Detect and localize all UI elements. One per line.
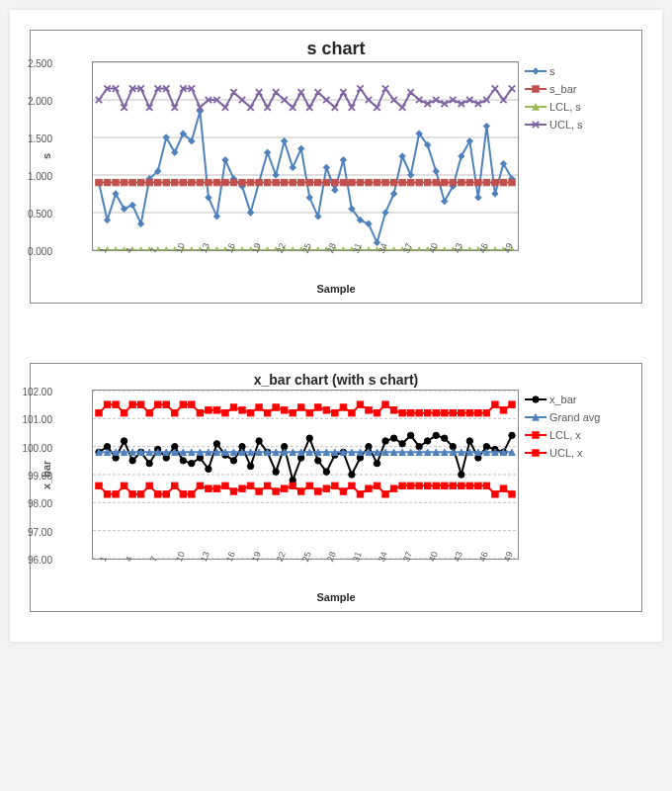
svg-rect-41 bbox=[390, 179, 396, 185]
legend-item: x_bar bbox=[525, 394, 594, 405]
svg-rect-149 bbox=[357, 491, 363, 497]
s-chart-plot bbox=[92, 61, 519, 251]
svg-point-109 bbox=[442, 435, 448, 441]
svg-rect-35 bbox=[340, 179, 346, 185]
svg-rect-159 bbox=[442, 483, 448, 488]
svg-rect-120 bbox=[113, 491, 119, 497]
svg-rect-183 bbox=[222, 409, 228, 415]
legend-item: LCL, x bbox=[525, 429, 594, 441]
svg-rect-12 bbox=[146, 179, 152, 185]
svg-rect-196 bbox=[332, 409, 338, 415]
svg-rect-208 bbox=[433, 409, 439, 415]
legend-item: UCL, s bbox=[525, 119, 594, 131]
svg-rect-199 bbox=[357, 401, 363, 407]
svg-rect-24 bbox=[247, 179, 253, 185]
svg-rect-22 bbox=[230, 179, 236, 185]
legend-item: Grand avg bbox=[525, 411, 594, 423]
svg-rect-213 bbox=[475, 409, 481, 415]
svg-rect-146 bbox=[332, 483, 338, 488]
svg-rect-13 bbox=[155, 179, 161, 185]
svg-rect-203 bbox=[390, 407, 396, 413]
svg-rect-170 bbox=[113, 401, 119, 407]
svg-rect-124 bbox=[146, 483, 152, 488]
svg-rect-34 bbox=[332, 179, 338, 185]
svg-point-95 bbox=[323, 469, 329, 475]
svg-rect-185 bbox=[239, 407, 245, 413]
svg-rect-217 bbox=[509, 401, 515, 407]
svg-rect-175 bbox=[155, 401, 161, 407]
svg-point-111 bbox=[459, 472, 464, 478]
x-axis-label: Sample bbox=[39, 591, 633, 603]
svg-rect-205 bbox=[407, 409, 413, 415]
svg-rect-129 bbox=[189, 491, 195, 497]
svg-rect-201 bbox=[374, 409, 379, 415]
svg-rect-173 bbox=[137, 401, 143, 407]
svg-rect-54 bbox=[500, 179, 506, 185]
svg-point-84 bbox=[230, 458, 236, 464]
svg-rect-9 bbox=[121, 179, 126, 185]
svg-rect-197 bbox=[340, 404, 346, 410]
svg-rect-18 bbox=[197, 179, 203, 185]
svg-rect-224 bbox=[533, 450, 539, 456]
svg-rect-46 bbox=[433, 179, 439, 185]
svg-rect-140 bbox=[281, 485, 287, 491]
svg-rect-150 bbox=[366, 485, 372, 491]
svg-rect-58 bbox=[533, 86, 539, 92]
svg-point-98 bbox=[349, 472, 355, 478]
svg-rect-33 bbox=[323, 179, 329, 185]
svg-rect-31 bbox=[306, 179, 312, 185]
y-axis-ticks: 96.0097.0098.0099.00100.00101.00102.00 bbox=[17, 390, 54, 560]
svg-rect-132 bbox=[213, 485, 219, 491]
svg-rect-204 bbox=[399, 409, 405, 415]
svg-point-74 bbox=[146, 460, 152, 466]
svg-rect-135 bbox=[239, 485, 245, 491]
svg-point-93 bbox=[306, 435, 312, 441]
svg-rect-157 bbox=[424, 483, 430, 488]
svg-rect-179 bbox=[189, 401, 195, 407]
svg-rect-178 bbox=[180, 401, 186, 407]
svg-rect-136 bbox=[247, 483, 253, 488]
svg-rect-176 bbox=[163, 401, 169, 407]
svg-rect-160 bbox=[450, 483, 456, 488]
svg-rect-186 bbox=[247, 409, 253, 415]
svg-rect-190 bbox=[281, 407, 287, 413]
svg-rect-194 bbox=[315, 404, 321, 410]
document-page: s chart s 0.0000.5001.0001.5002.0002.500… bbox=[10, 10, 662, 642]
svg-rect-148 bbox=[349, 483, 355, 488]
svg-rect-23 bbox=[239, 179, 245, 185]
svg-rect-37 bbox=[357, 179, 363, 185]
svg-rect-141 bbox=[290, 483, 295, 488]
svg-rect-189 bbox=[273, 404, 279, 410]
svg-rect-145 bbox=[323, 485, 329, 491]
svg-rect-10 bbox=[129, 179, 135, 185]
svg-rect-15 bbox=[172, 179, 178, 185]
svg-rect-171 bbox=[121, 409, 126, 415]
svg-rect-130 bbox=[197, 483, 203, 488]
svg-rect-52 bbox=[483, 179, 489, 185]
svg-rect-153 bbox=[390, 485, 396, 491]
svg-rect-207 bbox=[424, 409, 430, 415]
svg-point-87 bbox=[256, 438, 262, 444]
svg-rect-42 bbox=[399, 179, 405, 185]
xbar-chart-legend: x_barGrand avgLCL, xUCL, x bbox=[519, 390, 594, 560]
svg-point-81 bbox=[206, 466, 211, 472]
svg-point-78 bbox=[180, 458, 186, 464]
svg-rect-222 bbox=[533, 432, 539, 438]
svg-rect-211 bbox=[459, 409, 464, 415]
svg-rect-48 bbox=[450, 179, 456, 185]
svg-point-72 bbox=[129, 458, 135, 464]
svg-point-108 bbox=[433, 432, 439, 438]
svg-rect-198 bbox=[349, 409, 355, 415]
svg-rect-38 bbox=[366, 179, 372, 185]
svg-rect-53 bbox=[492, 179, 498, 185]
svg-rect-137 bbox=[256, 488, 262, 494]
svg-rect-209 bbox=[442, 409, 448, 415]
svg-rect-14 bbox=[163, 179, 169, 185]
svg-rect-164 bbox=[483, 483, 489, 488]
svg-rect-168 bbox=[96, 409, 102, 415]
svg-point-107 bbox=[424, 438, 430, 444]
svg-rect-122 bbox=[129, 491, 135, 497]
svg-rect-167 bbox=[509, 491, 515, 497]
xbar-chart-container: x_bar chart (with s chart) x_bar 96.0097… bbox=[30, 363, 642, 612]
svg-rect-162 bbox=[466, 483, 472, 488]
